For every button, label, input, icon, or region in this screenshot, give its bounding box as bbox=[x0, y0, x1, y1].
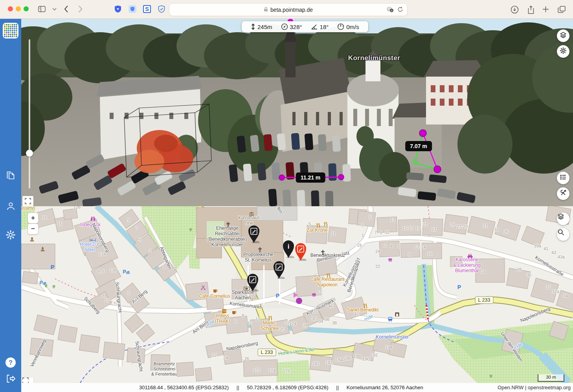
chevron-down-icon[interactable] bbox=[50, 4, 59, 14]
new-tab-button[interactable] bbox=[542, 5, 549, 13]
house-number: 31 bbox=[483, 223, 488, 228]
map-panel[interactable]: assimoIndeglückHotel Zur AbteiNapoleonsb… bbox=[21, 206, 573, 383]
extension-shield-box-icon[interactable] bbox=[128, 4, 137, 14]
translate-icon[interactable]: Ax bbox=[387, 7, 394, 14]
measurement-pin[interactable] bbox=[295, 243, 307, 261]
map-label: ten bbox=[276, 206, 284, 214]
minimize-window-button[interactable] bbox=[16, 6, 21, 11]
measurement-pin[interactable] bbox=[273, 261, 285, 279]
house-number: 176 bbox=[283, 368, 290, 373]
house-number: 180 bbox=[312, 361, 319, 366]
tools-button[interactable] bbox=[557, 187, 569, 200]
app-window: S beta.pointmap.de Ax bbox=[0, 0, 573, 392]
list-button[interactable] bbox=[557, 172, 569, 184]
viewer-settings-button[interactable] bbox=[557, 45, 569, 58]
extension-shield-badge-icon[interactable] bbox=[113, 4, 123, 14]
wgs-coordinates: 50.728329 , 6.182609 (EPSG:4326) bbox=[247, 385, 328, 390]
measurement-pin[interactable] bbox=[247, 273, 259, 291]
settings-button[interactable] bbox=[5, 230, 16, 241]
house-number: 32 bbox=[313, 309, 318, 313]
house-number: 30 bbox=[527, 273, 531, 277]
pointcloud-viewer[interactable]: 245m328°18°0m/s Kornelimünster 11.21 m7.… bbox=[21, 18, 573, 206]
svg-text:?: ? bbox=[9, 359, 13, 366]
tab-overview-button[interactable] bbox=[558, 5, 566, 13]
house-number: 184 bbox=[336, 357, 343, 362]
map-label: Korneliusmarkt bbox=[305, 297, 336, 317]
map-scale-bar: 30 m bbox=[538, 374, 564, 382]
house-number: 42 bbox=[354, 311, 359, 316]
logout-button[interactable] bbox=[5, 374, 16, 385]
house-number: 41 bbox=[544, 246, 548, 251]
house-number: 24 bbox=[223, 355, 228, 360]
map-zoom-out-button[interactable]: − bbox=[28, 223, 39, 234]
projects-button[interactable] bbox=[5, 171, 16, 182]
viewer-status-pill: 245m328°18°0m/s bbox=[242, 21, 368, 32]
person-icon bbox=[6, 201, 16, 213]
zoom-window-button[interactable] bbox=[24, 6, 29, 11]
house-number: 15-17 bbox=[402, 226, 413, 231]
pointmap-logo[interactable] bbox=[3, 23, 18, 38]
svg-text:P: P bbox=[51, 264, 54, 270]
forward-button[interactable] bbox=[75, 4, 85, 14]
info-pin[interactable]: i bbox=[283, 240, 294, 258]
help-button[interactable]: ? bbox=[5, 358, 16, 369]
utm-coordinates: 301168.44 , 5623400.65 (EPSG:25832) bbox=[139, 385, 229, 390]
zoom-slider[interactable] bbox=[28, 39, 31, 189]
map-label: Markt- Schänke bbox=[261, 320, 279, 331]
selected-position-marker[interactable] bbox=[296, 298, 302, 304]
house-number: 9 bbox=[380, 230, 382, 235]
reload-icon[interactable] bbox=[397, 6, 403, 14]
slider-handle[interactable] bbox=[26, 150, 33, 157]
map-layers-button[interactable] bbox=[557, 212, 569, 225]
account-button[interactable] bbox=[5, 201, 16, 212]
map-label: Inde bbox=[363, 313, 374, 322]
viewer-readout-value: 18° bbox=[320, 24, 329, 30]
viewer-readout-angle: 18° bbox=[307, 24, 333, 30]
house-number: 182 bbox=[325, 360, 332, 365]
back-button[interactable] bbox=[61, 4, 71, 14]
house-number: 6 bbox=[398, 244, 400, 249]
sidebar-toggle-icon[interactable] bbox=[37, 4, 46, 14]
viewer-readout-value: 328° bbox=[290, 24, 302, 30]
address-bar[interactable]: beta.pointmap.de Ax bbox=[169, 3, 408, 16]
house-number: 34 bbox=[563, 293, 568, 298]
house-number: 7 bbox=[375, 230, 377, 235]
measurement-label: 11.21 m bbox=[296, 172, 325, 183]
house-number: 7 bbox=[136, 225, 138, 230]
house-number: 136 bbox=[110, 268, 117, 273]
map-label: Ehemalige Reichsabtei (Benediktinerabtei… bbox=[208, 225, 247, 248]
house-number: 22 bbox=[212, 353, 217, 357]
house-number: 34 bbox=[318, 319, 323, 324]
svg-text:i: i bbox=[288, 243, 290, 250]
map-label: Napoleonsberg bbox=[520, 306, 551, 324]
map-label: Am Berg bbox=[131, 289, 149, 305]
house-number: 4 bbox=[390, 244, 393, 249]
close-window-button[interactable] bbox=[8, 6, 13, 11]
map-search-button[interactable] bbox=[557, 228, 569, 241]
map-label: Kornelimünster bbox=[376, 334, 409, 340]
house-number: 13 bbox=[390, 217, 395, 222]
map-zoom-in-button[interactable]: + bbox=[28, 212, 39, 223]
house-number: 2 bbox=[127, 291, 130, 295]
map-label: assimo bbox=[21, 206, 35, 211]
extension-s-logo-icon[interactable]: S bbox=[142, 4, 152, 14]
house-number: 1 bbox=[362, 233, 364, 238]
layers-button[interactable] bbox=[557, 29, 569, 42]
measurement-pin[interactable] bbox=[248, 225, 260, 243]
viewer-readout-compass: 328° bbox=[277, 23, 307, 30]
extension-shield-check-icon[interactable] bbox=[157, 4, 166, 14]
map-fullscreen-button[interactable] bbox=[22, 377, 33, 383]
measurement-label: 7.07 m bbox=[405, 141, 432, 151]
house-number: 186 bbox=[344, 356, 351, 361]
map-label: Sankt Benedikt bbox=[347, 307, 379, 313]
map-label: Indeglück bbox=[80, 222, 100, 227]
house-number: 190 bbox=[362, 357, 369, 361]
map-label: Schraungracht bbox=[134, 341, 144, 372]
share-button[interactable] bbox=[527, 5, 534, 14]
house-number: 32a bbox=[552, 289, 559, 294]
map-label: Napoleonsberg bbox=[91, 222, 111, 253]
house-number: 35 bbox=[504, 229, 509, 234]
gear-icon bbox=[5, 229, 16, 242]
viewer-fullscreen-button[interactable] bbox=[22, 196, 33, 206]
downloads-button[interactable] bbox=[511, 5, 519, 14]
